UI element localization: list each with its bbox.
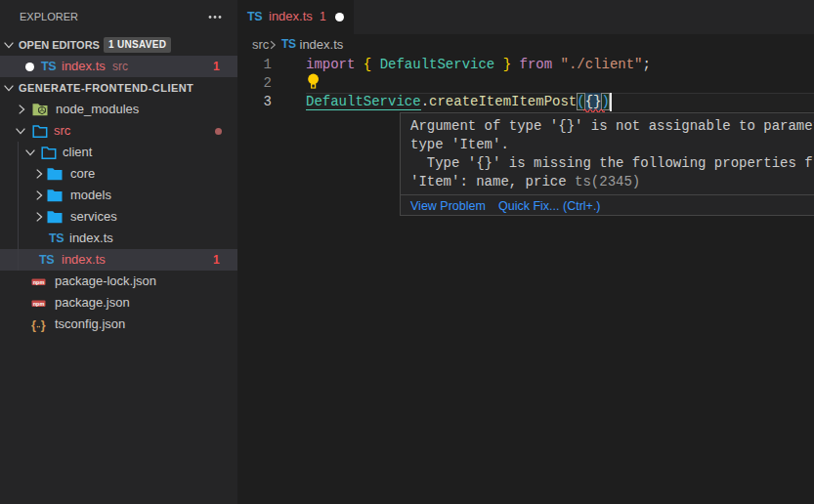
svg-text:}: } [41, 318, 46, 332]
svg-text:{: { [31, 318, 36, 332]
svg-text:npm: npm [33, 301, 45, 307]
svg-text:npm: npm [33, 279, 45, 285]
